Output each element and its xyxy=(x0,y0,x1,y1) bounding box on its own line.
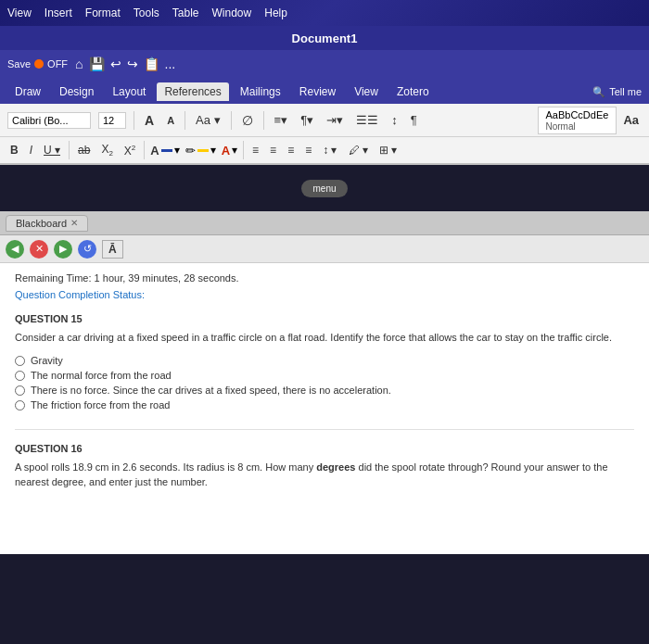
align-btn[interactable]: ☰☰ xyxy=(353,112,381,128)
tab-review[interactable]: Review xyxy=(292,82,343,101)
tab-layout[interactable]: Layout xyxy=(105,82,153,101)
font-color-arrow[interactable]: ▾ xyxy=(174,144,180,157)
menu-window[interactable]: Window xyxy=(212,6,252,19)
nav-back-btn[interactable]: ◀ xyxy=(6,240,24,259)
document-title-bar: Document1 xyxy=(0,26,649,50)
quick-toolbar: Save OFF ⌂ 💾 ↩ ↪ 📋 ... xyxy=(0,50,649,78)
shading-btn[interactable]: 🖊 ▾ xyxy=(346,143,371,158)
nav-refresh-btn[interactable]: ↺ xyxy=(78,240,96,259)
option-15-3[interactable]: There is no force. Since the car drives … xyxy=(15,385,634,396)
tab-zotero[interactable]: Zotero xyxy=(389,82,437,101)
title-bar: View Insert Format Tools Table Window He… xyxy=(0,0,649,26)
question-16-block: QUESTION 16 A spool rolls 18.9 cm in 2.6… xyxy=(15,443,634,490)
blackboard-content: Remaining Time: 1 hour, 39 minutes, 28 s… xyxy=(0,263,649,554)
list-btn[interactable]: ≡▾ xyxy=(272,112,291,128)
highlight-color-arrow[interactable]: ▾ xyxy=(210,144,216,157)
question-16-text: A spool rolls 18.9 cm in 2.6 seconds. It… xyxy=(15,460,634,490)
menu-pill-label: menu xyxy=(312,183,336,194)
align-right-btn[interactable]: ≡ xyxy=(285,143,297,158)
font-color-btn[interactable]: A ▾ xyxy=(150,144,179,158)
menu-tools[interactable]: Tools xyxy=(134,6,159,19)
font-color-swatch xyxy=(161,149,172,152)
menu-insert[interactable]: Insert xyxy=(45,6,72,19)
option-15-1[interactable]: Gravity xyxy=(15,355,634,366)
bold-btn[interactable]: B xyxy=(7,143,21,158)
blackboard-nav-bar: ◀ ✕ ▶ ↺ Ā xyxy=(0,235,649,263)
pilcrow-btn[interactable]: ¶ xyxy=(408,112,420,128)
tab-design[interactable]: Design xyxy=(52,82,101,101)
menu-format[interactable]: Format xyxy=(85,6,121,19)
indent-btn[interactable]: ⇥▾ xyxy=(324,112,346,128)
divider-4 xyxy=(263,111,264,130)
completion-status: Question Completion Status: xyxy=(15,289,634,300)
tab-view[interactable]: View xyxy=(347,82,386,101)
underline-btn[interactable]: U ▾ xyxy=(41,143,63,158)
font-color-a: A xyxy=(150,144,159,158)
redo-icon[interactable]: ↪ xyxy=(127,57,138,71)
font-grow-btn[interactable]: A xyxy=(142,112,157,129)
blackboard-tab[interactable]: Blackboard ✕ xyxy=(6,215,88,232)
option-15-4-label: The friction force from the road xyxy=(31,399,170,410)
undo-icon[interactable]: ↩ xyxy=(110,57,121,71)
tell-me-label[interactable]: Tell me xyxy=(609,86,642,97)
lightbulb-icon: 🔍 xyxy=(592,86,605,98)
highlight-color-btn[interactable]: ✏ ▾ xyxy=(185,144,216,158)
clipboard-icon[interactable]: 📋 xyxy=(144,57,159,71)
divider-6 xyxy=(144,141,145,159)
tell-me-area: 🔍 Tell me xyxy=(592,86,642,98)
radio-15-2[interactable] xyxy=(15,371,25,381)
menu-help[interactable]: Help xyxy=(264,6,287,19)
option-15-2[interactable]: The normal force from the road xyxy=(15,370,634,381)
style-A-btn[interactable]: Aa xyxy=(620,112,642,128)
save-label[interactable]: Save xyxy=(7,58,31,69)
border-btn[interactable]: ⊞ ▾ xyxy=(376,143,400,158)
off-label[interactable]: OFF xyxy=(47,58,68,69)
font-shrink-btn[interactable]: A xyxy=(164,114,177,127)
text-color-btn[interactable]: A ▾ xyxy=(222,144,237,158)
justify-btn[interactable]: ≡ xyxy=(302,143,314,158)
nav-close-btn[interactable]: ✕ xyxy=(30,240,48,259)
home-icon[interactable]: ⌂ xyxy=(75,57,83,71)
align-center-btn[interactable]: ≡ xyxy=(267,143,279,158)
menu-bar[interactable]: View Insert Format Tools Table Window He… xyxy=(7,6,287,19)
sort-btn[interactable]: ↕ xyxy=(388,112,401,128)
more-icon[interactable]: ... xyxy=(165,57,176,71)
tab-mailings[interactable]: Mailings xyxy=(233,82,288,101)
font-size-input[interactable] xyxy=(98,112,126,129)
text-color-arrow[interactable]: ▾ xyxy=(232,144,237,157)
subscript-btn[interactable]: X2 xyxy=(98,142,115,158)
divider-3 xyxy=(231,111,232,130)
menu-table[interactable]: Table xyxy=(172,6,199,19)
divider-5 xyxy=(69,141,70,159)
blackboard-tab-close[interactable]: ✕ xyxy=(70,218,78,228)
nav-forward-btn[interactable]: ▶ xyxy=(54,240,72,259)
remaining-time-value: 1 hour, 39 minutes, 28 seconds. xyxy=(95,272,239,284)
strikethrough-btn[interactable]: ab xyxy=(75,143,93,158)
menu-area: menu xyxy=(0,165,649,211)
divider-1 xyxy=(134,111,134,130)
radio-15-4[interactable] xyxy=(15,400,25,410)
superscript-btn[interactable]: X2 xyxy=(121,143,138,158)
radio-15-1[interactable] xyxy=(15,356,25,366)
align-left-btn[interactable]: ≡ xyxy=(249,143,261,158)
menu-view[interactable]: View xyxy=(7,6,32,19)
save-icon[interactable]: 💾 xyxy=(89,57,105,71)
question-16-label: QUESTION 16 xyxy=(15,443,634,454)
aa-btn[interactable]: Aa ▾ xyxy=(193,112,223,128)
highlight-icon: ✏ xyxy=(185,144,196,158)
tab-draw[interactable]: Draw xyxy=(7,82,48,101)
font-clear-btn[interactable]: ∅ xyxy=(239,112,256,129)
para-btn[interactable]: ¶▾ xyxy=(298,112,316,128)
option-15-4[interactable]: The friction force from the road xyxy=(15,399,634,410)
option-15-3-label: There is no force. Since the car drives … xyxy=(31,385,391,396)
italic-btn[interactable]: I xyxy=(27,143,35,158)
q16-text-before: A spool rolls 18.9 cm in 2.6 seconds. It… xyxy=(15,461,316,473)
line-spacing-btn[interactable]: ↕ ▾ xyxy=(320,143,339,158)
question-divider xyxy=(15,429,634,430)
radio-15-3[interactable] xyxy=(15,385,25,396)
tab-references[interactable]: References xyxy=(157,82,228,101)
menu-pill[interactable]: menu xyxy=(301,180,347,197)
font-name-input[interactable] xyxy=(7,112,91,129)
style-name: Normal xyxy=(546,121,576,132)
style-normal[interactable]: AaBbCcDdEe Normal xyxy=(538,107,617,134)
